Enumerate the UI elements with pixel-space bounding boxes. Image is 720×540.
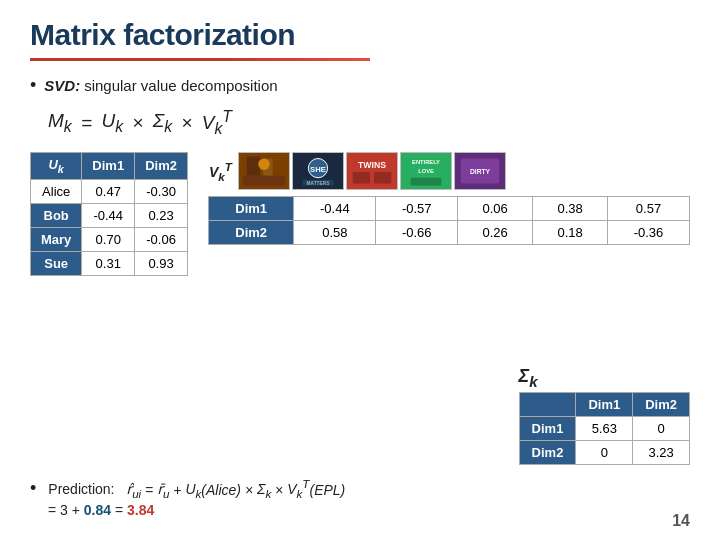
vk-label: VkT [208, 160, 236, 182]
uk-row-header: Sue [31, 251, 82, 275]
uk-row-header: Alice [31, 179, 82, 203]
formula-lhs: Mk [48, 110, 72, 136]
svd-text: singular value decomposition [84, 77, 277, 94]
sigma-area: Σk Dim1 Dim2 Dim15.630Dim203.23 [519, 366, 690, 465]
uk-cell: 0.93 [135, 251, 188, 275]
pred-formula: r̂ui = r̄u + Uk(Alice) × Σk × VkT(EPL) [126, 478, 345, 500]
movies-row: VkT [208, 152, 690, 190]
pred-bullet-dot: • [30, 478, 36, 499]
pred-result: = 3 + 0.84 = 3.84 [48, 502, 154, 518]
table-row: Dim203.23 [519, 441, 689, 465]
sigma-col-1: Dim1 [576, 393, 633, 417]
svg-rect-10 [347, 153, 397, 190]
uk-row-header: Bob [31, 203, 82, 227]
vk-cell: -0.66 [376, 221, 458, 245]
svg-text:TWINS: TWINS [358, 160, 386, 170]
table-row: Sue0.310.93 [31, 251, 188, 275]
vk-cell: -0.44 [294, 197, 376, 221]
formula-area: Mk = Uk × Σk × VkT [48, 108, 690, 138]
sigma-label: Σk [519, 366, 690, 390]
sigma-row-header: Dim1 [519, 417, 576, 441]
svg-text:LOVE: LOVE [418, 168, 434, 174]
uk-col-header-0: Uk [31, 153, 82, 180]
uk-cell: 0.47 [82, 179, 135, 203]
uk-cell: -0.06 [135, 227, 188, 251]
formula-u: Uk [101, 110, 123, 136]
svg-rect-13 [374, 172, 391, 184]
uk-col-header-2: Dim2 [135, 153, 188, 180]
uk-cell: 0.31 [82, 251, 135, 275]
sigma-cell: 3.23 [633, 441, 690, 465]
vk-row-header: Dim1 [208, 197, 293, 221]
formula-eq: = [76, 112, 98, 134]
uk-table-wrap: Uk Dim1 Dim2 Alice0.47-0.30Bob-0.440.23M… [30, 152, 188, 276]
formula-v: VkT [202, 108, 232, 138]
sigma-row-header: Dim2 [519, 441, 576, 465]
title-underline [30, 58, 370, 61]
tables-area: Uk Dim1 Dim2 Alice0.47-0.30Bob-0.440.23M… [30, 152, 690, 276]
svg-point-4 [258, 159, 270, 171]
svg-rect-3 [243, 176, 285, 186]
movie-thumb-2: SHE MATTERS [292, 152, 344, 190]
vk-table: Dim1-0.44-0.570.060.380.57Dim20.58-0.660… [208, 196, 690, 245]
sigma-col-2: Dim2 [633, 393, 690, 417]
uk-table: Uk Dim1 Dim2 Alice0.47-0.30Bob-0.440.23M… [30, 152, 188, 276]
uk-row-header: Mary [31, 227, 82, 251]
slide-title: Matrix factorization [30, 18, 690, 52]
movie-thumb-4: ENTIRELY LOVE [400, 152, 452, 190]
vk-cell: -0.57 [376, 197, 458, 221]
vk-cell: 0.38 [533, 197, 608, 221]
svg-rect-17 [411, 178, 442, 186]
svg-rect-1 [247, 157, 260, 176]
uk-cell: -0.30 [135, 179, 188, 203]
svg-rect-12 [353, 172, 370, 184]
bullet-dot: • [30, 75, 36, 96]
uk-cell: 0.23 [135, 203, 188, 227]
pred-label: Prediction: [48, 481, 114, 497]
right-area: VkT [208, 152, 690, 245]
sigma-cell: 5.63 [576, 417, 633, 441]
table-row: Dim20.58-0.660.260.18-0.36 [208, 221, 689, 245]
movie-thumb-1 [238, 152, 290, 190]
formula-times2: × [176, 112, 198, 134]
page-number: 14 [672, 512, 690, 530]
vk-cell: 0.57 [608, 197, 690, 221]
uk-cell: -0.44 [82, 203, 135, 227]
svd-label: SVD: [44, 77, 80, 94]
svg-text:ENTIRELY: ENTIRELY [412, 159, 440, 165]
table-row: Bob-0.440.23 [31, 203, 188, 227]
prediction-row: • Prediction: r̂ui = r̄u + Uk(Alice) × Σ… [30, 478, 345, 500]
formula-sigma: Σk [153, 110, 172, 136]
svg-text:SHE: SHE [310, 165, 326, 174]
table-row: Mary0.70-0.06 [31, 227, 188, 251]
vk-cell: 0.18 [533, 221, 608, 245]
movie-thumb-3: TWINS [346, 152, 398, 190]
vk-cell: 0.06 [458, 197, 533, 221]
movie-thumb-5: DIRTY [454, 152, 506, 190]
sigma-col-0 [519, 393, 576, 417]
vk-row-header: Dim2 [208, 221, 293, 245]
vk-cell: -0.36 [608, 221, 690, 245]
svg-text:MATTERS: MATTERS [307, 182, 331, 187]
bullet-svd: • SVD: singular value decomposition [30, 75, 690, 96]
table-row: Dim1-0.44-0.570.060.380.57 [208, 197, 689, 221]
vk-cell: 0.58 [294, 221, 376, 245]
formula-times1: × [127, 112, 149, 134]
table-row: Alice0.47-0.30 [31, 179, 188, 203]
sigma-cell: 0 [576, 441, 633, 465]
table-row: Dim15.630 [519, 417, 689, 441]
svg-text:DIRTY: DIRTY [470, 168, 491, 175]
sigma-table: Dim1 Dim2 Dim15.630Dim203.23 [519, 392, 690, 465]
vk-cell: 0.26 [458, 221, 533, 245]
uk-col-header-1: Dim1 [82, 153, 135, 180]
uk-cell: 0.70 [82, 227, 135, 251]
sigma-cell: 0 [633, 417, 690, 441]
slide: Matrix factorization • SVD: singular val… [0, 0, 720, 540]
